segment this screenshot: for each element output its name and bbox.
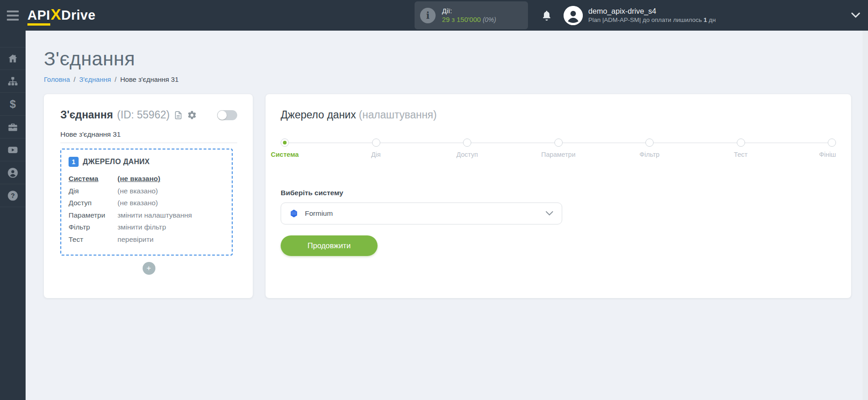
breadcrumb-connections[interactable]: З'єднання bbox=[79, 75, 111, 83]
connection-name-input[interactable] bbox=[60, 130, 237, 143]
add-step-button[interactable]: + bbox=[143, 262, 155, 275]
step-dot bbox=[737, 139, 745, 147]
select-system-label: Виберіть систему bbox=[281, 189, 836, 197]
step-dot bbox=[554, 139, 563, 147]
document-icon[interactable] bbox=[174, 110, 183, 120]
source-row-system: Система (не вказано) bbox=[69, 173, 224, 185]
data-source-settings-card: Джерело даних (налаштування) Система Дія… bbox=[266, 94, 851, 298]
source-row-access: Доступ (не вказано) bbox=[69, 197, 224, 209]
briefcase-icon bbox=[7, 122, 18, 133]
step-dot bbox=[463, 139, 471, 147]
row-value-link[interactable]: (не вказано) bbox=[117, 185, 158, 197]
source-row-action: Дія (не вказано) bbox=[69, 185, 224, 197]
row-value-link[interactable]: (не вказано) bbox=[117, 197, 158, 209]
formium-logo-icon bbox=[289, 208, 298, 219]
user-menu-chevron-down-icon[interactable] bbox=[851, 12, 861, 20]
hamburger-menu-icon[interactable] bbox=[0, 0, 26, 31]
sidebar-item-connections[interactable] bbox=[0, 70, 26, 93]
step-label: Фініш bbox=[819, 151, 836, 158]
stepper: Система Дія Доступ Параметри Фільтр Тест… bbox=[281, 139, 836, 168]
sidebar-item-services[interactable] bbox=[0, 116, 26, 139]
settings-card-title: Джерело даних (налаштування) bbox=[281, 109, 836, 121]
connection-card-title: З'єднання bbox=[60, 109, 113, 121]
brand-logo[interactable]: APIXDrive bbox=[27, 5, 96, 26]
step-access[interactable]: Доступ bbox=[463, 139, 471, 168]
dropdown-chevron-down-icon bbox=[545, 211, 554, 216]
row-value-link[interactable]: (не вказано) bbox=[117, 173, 160, 185]
sidebar: $ ? bbox=[0, 31, 26, 400]
days-left: 1 bbox=[703, 16, 707, 23]
step-label: Доступ bbox=[456, 151, 478, 158]
home-icon bbox=[7, 53, 18, 64]
brand-api: API bbox=[27, 8, 50, 26]
connection-id: (ID: 55962) bbox=[117, 109, 170, 121]
step-label: Тест bbox=[734, 151, 748, 158]
info-icon[interactable]: i bbox=[420, 8, 436, 23]
row-label: Тест bbox=[69, 234, 117, 246]
brand-drive: Drive bbox=[61, 8, 96, 23]
breadcrumb-home[interactable]: Головна bbox=[44, 75, 70, 83]
source-row-params: Параметри змінити налаштування bbox=[69, 209, 224, 222]
row-value-link[interactable]: змінити налаштування bbox=[117, 209, 192, 222]
step-filter[interactable]: Фільтр bbox=[645, 139, 654, 168]
user-avatar[interactable] bbox=[564, 6, 583, 25]
connection-enabled-toggle[interactable] bbox=[217, 110, 237, 120]
topbar: APIXDrive i Дії: 29 з 150'000(0%) demo_a… bbox=[0, 0, 868, 31]
step-test[interactable]: Тест bbox=[737, 139, 745, 168]
row-label: Фільтр bbox=[69, 221, 117, 234]
notifications-bell-icon[interactable] bbox=[541, 10, 553, 21]
row-label: Доступ bbox=[69, 197, 117, 209]
user-name: demo_apix-drive_s4 bbox=[588, 6, 716, 16]
data-source-box[interactable]: 1 ДЖЕРЕЛО ДАНИХ Система (не вказано) Дія… bbox=[60, 149, 233, 256]
step-label: Система bbox=[271, 151, 298, 158]
step-action[interactable]: Дія bbox=[372, 139, 380, 168]
dollar-icon: $ bbox=[10, 98, 16, 111]
row-label: Параметри bbox=[69, 209, 117, 222]
data-source-box-title: ДЖЕРЕЛО ДАНИХ bbox=[83, 158, 150, 166]
source-row-test: Тест перевірити bbox=[69, 234, 224, 246]
selected-system-name: Formium bbox=[305, 209, 333, 218]
help-icon: ? bbox=[7, 190, 19, 202]
step-label: Фільтр bbox=[639, 151, 660, 158]
svg-text:?: ? bbox=[11, 192, 15, 199]
breadcrumb: Головна / З'єднання / Нове з'єднання 31 bbox=[44, 75, 868, 83]
sidebar-item-video[interactable] bbox=[0, 139, 26, 161]
youtube-icon bbox=[7, 144, 19, 156]
brand-x: X bbox=[51, 5, 61, 23]
sidebar-item-billing[interactable]: $ bbox=[0, 93, 26, 116]
step-system[interactable]: Система bbox=[281, 139, 289, 168]
sidebar-item-home[interactable] bbox=[0, 47, 26, 70]
step-number-badge: 1 bbox=[69, 157, 79, 167]
data-source-rows: Система (не вказано) Дія (не вказано) До… bbox=[69, 173, 224, 245]
continue-button[interactable]: Продовжити bbox=[281, 235, 378, 256]
breadcrumb-separator: / bbox=[74, 75, 75, 83]
step-dot bbox=[372, 139, 380, 147]
row-value-link[interactable]: перевірити bbox=[117, 234, 154, 246]
sidebar-item-account[interactable] bbox=[0, 161, 26, 184]
step-dot bbox=[281, 139, 289, 147]
step-dot bbox=[645, 139, 654, 147]
sitemap-icon bbox=[7, 76, 18, 87]
row-label: Система bbox=[69, 173, 117, 185]
user-icon bbox=[7, 167, 19, 179]
connection-card: З'єднання (ID: 55962) 1 ДЖЕРЕЛО ДАНИХ bbox=[44, 94, 253, 298]
settings-title-main: Джерело даних bbox=[281, 109, 356, 121]
step-finish[interactable]: Фініш bbox=[828, 139, 836, 168]
step-params[interactable]: Параметри bbox=[554, 139, 563, 168]
page-title: З'єднання bbox=[44, 48, 868, 70]
user-info[interactable]: demo_apix-drive_s4 Plan |ADM-AP-SM| до о… bbox=[588, 6, 716, 25]
actions-value: 29 з 150'000 bbox=[442, 16, 481, 23]
actions-percent: (0%) bbox=[483, 16, 496, 23]
main-content: З'єднання Головна / З'єднання / Нове з'є… bbox=[26, 31, 868, 400]
toggle-knob bbox=[218, 111, 227, 120]
breadcrumb-current: Нове з'єднання 31 bbox=[120, 75, 179, 83]
sidebar-item-help[interactable]: ? bbox=[0, 184, 26, 207]
row-value-link[interactable]: змінити фільтр bbox=[117, 221, 166, 234]
actions-counter: i Дії: 29 з 150'000(0%) bbox=[415, 1, 528, 29]
source-row-filter: Фільтр змінити фільтр bbox=[69, 221, 224, 234]
gear-icon[interactable] bbox=[187, 110, 197, 120]
system-select-dropdown[interactable]: Formium bbox=[281, 203, 562, 224]
page-scrollbar[interactable] bbox=[863, 31, 868, 400]
settings-title-sub: (налаштування) bbox=[359, 109, 437, 121]
step-dot bbox=[828, 139, 836, 147]
